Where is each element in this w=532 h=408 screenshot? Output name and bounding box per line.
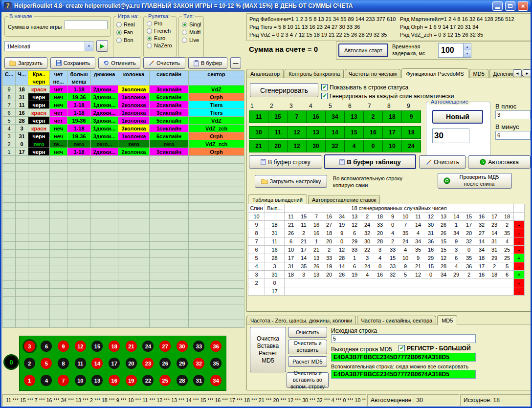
undo-button[interactable]: Отменить xyxy=(98,57,140,69)
board-zero[interactable]: 0 xyxy=(5,356,18,368)
board-number-31[interactable]: 31 xyxy=(193,375,204,386)
copy-table-button[interactable]: В буфер таблицу xyxy=(324,154,416,169)
history-row[interactable]: 43красннеч1-181дюжи...3колонка1сиклайнVd… xyxy=(3,125,244,132)
generated-number-cell[interactable]: 21 xyxy=(249,140,268,152)
autobet-button[interactable]: Автоставка xyxy=(468,155,531,169)
md5-clear-paste-aux-button[interactable]: Очистить и вставить во вспом. строку xyxy=(287,372,329,388)
board-number-14[interactable]: 14 xyxy=(91,358,103,369)
board-number-7[interactable]: 7 xyxy=(58,375,69,386)
generated-number-cell[interactable]: 20 xyxy=(268,140,288,152)
copy-row-button[interactable]: В буфер строку xyxy=(249,155,322,169)
clear-button[interactable]: Очистить xyxy=(419,155,466,169)
titlebar[interactable]: 7 HelperRoullet 4.8- create helperroulle… xyxy=(1,0,531,12)
roulette-option-pro[interactable]: Pro xyxy=(147,21,172,26)
md5-clear-button[interactable]: Очистить xyxy=(288,327,327,338)
board-number-3[interactable]: 3 xyxy=(24,341,35,352)
md5-calc-button[interactable]: Расчет MD5 xyxy=(288,356,327,367)
main-tab-3[interactable]: Функционал PsevdoMS xyxy=(401,68,468,78)
generated-number-cell[interactable]: 11 xyxy=(268,126,288,139)
board-number-26[interactable]: 26 xyxy=(159,358,171,369)
autoshift-value[interactable]: 30 xyxy=(432,129,469,143)
history-row[interactable]: 711черннеч1-181дюжи...2колонка2сиклайнTi… xyxy=(3,101,244,109)
spin-row[interactable]: 711621120029302822434361593214314- xyxy=(248,237,525,246)
maximize-button[interactable] xyxy=(505,1,515,11)
board-number-5[interactable]: 5 xyxy=(41,358,52,369)
generate-button[interactable]: Сгенерировать xyxy=(250,83,318,97)
board-number-8[interactable]: 8 xyxy=(58,358,69,369)
board-number-30[interactable]: 30 xyxy=(177,341,188,352)
generated-number-cell[interactable]: 13 xyxy=(306,126,326,139)
generated-number-cell[interactable]: 15 xyxy=(268,110,288,123)
board-number-15[interactable]: 15 xyxy=(91,341,103,352)
history-row[interactable]: 528чернчет19-363дюжи...1колонка5сиклайнV… xyxy=(3,117,244,125)
autospin-start-button[interactable]: Автоспин старт xyxy=(338,43,388,57)
history-row[interactable]: 20zeroze...zerozero...zerozeroVdZ_zch xyxy=(3,140,244,148)
generated-number-cell[interactable]: 16 xyxy=(306,110,326,123)
history-row[interactable]: 616краснчет1-182дюжи...1колонка3сиклайнT… xyxy=(3,109,244,117)
generated-number-cell[interactable]: 12 xyxy=(287,126,307,139)
generated-number-cell[interactable]: 16 xyxy=(363,126,383,139)
load-button[interactable]: Загрузить xyxy=(4,57,47,69)
minimize-button[interactable] xyxy=(492,1,503,11)
generated-number-cell[interactable]: 9 xyxy=(401,110,421,123)
type-option-multi[interactable]: Multi xyxy=(182,29,201,35)
spin-row[interactable]: 17- xyxy=(248,287,525,296)
generated-number-cell[interactable]: 32 xyxy=(325,140,345,152)
inner-tab-1[interactable]: Автопроставление ставок xyxy=(308,195,380,204)
generated-number-cell[interactable]: 14 xyxy=(325,126,345,139)
freq-tab-1[interactable]: Частота - сиклайны, сектора xyxy=(357,316,436,324)
generated-number-cell[interactable]: 15 xyxy=(344,126,364,139)
board-number-11[interactable]: 11 xyxy=(75,358,86,369)
play-button[interactable]: ▶ xyxy=(96,40,108,52)
board-number-27[interactable]: 27 xyxy=(159,341,171,352)
board-number-32[interactable]: 32 xyxy=(193,358,204,369)
board-number-28[interactable]: 28 xyxy=(177,375,188,386)
md5-big-button[interactable]: Очистка Вставка Расчет MD5 xyxy=(250,327,286,372)
board-number-10[interactable]: 10 xyxy=(75,375,86,386)
board-number-36[interactable]: 36 xyxy=(210,341,222,352)
board-number-33[interactable]: 33 xyxy=(193,341,204,352)
board-number-16[interactable]: 16 xyxy=(109,375,120,386)
roulette-option-euro[interactable]: Euro xyxy=(147,35,172,41)
board-number-21[interactable]: 21 xyxy=(126,341,137,352)
close-button[interactable]: × xyxy=(518,1,528,11)
board-number-13[interactable]: 13 xyxy=(91,375,103,386)
spin-row[interactable]: 331183132026194163251203429216186+ xyxy=(248,271,525,279)
game-option-bon[interactable]: Bon xyxy=(116,37,135,43)
board-number-23[interactable]: 23 xyxy=(142,358,154,369)
spin-row[interactable]: 6161017212123322333435161530343125- xyxy=(248,246,525,254)
spin-row[interactable]: 8312621618963220435431263420271435- xyxy=(248,229,525,237)
generated-number-cell[interactable]: 0 xyxy=(363,140,383,152)
generated-number-cell[interactable]: 17 xyxy=(382,126,402,139)
md5-aux-field[interactable]: E4DA3B7FBBCE2345D7772B0674A318D5 xyxy=(331,370,476,379)
board-number-12[interactable]: 12 xyxy=(75,341,86,352)
generated-number-cell[interactable]: 7 xyxy=(287,110,307,123)
board-number-34[interactable]: 34 xyxy=(210,375,222,386)
roulette-option-french[interactable]: French xyxy=(147,28,172,34)
copy-buffer-button[interactable]: В буфер xyxy=(188,57,227,69)
spin-row[interactable]: 5281714133328134151092912635182925+ xyxy=(248,254,525,262)
game-option-fan[interactable]: Fan xyxy=(116,29,135,35)
main-tab-4[interactable]: MD5 xyxy=(469,69,488,78)
board-number-4[interactable]: 4 xyxy=(41,375,52,386)
board-number-25[interactable]: 25 xyxy=(159,375,171,386)
board-number-20[interactable]: 20 xyxy=(126,358,137,369)
board-number-19[interactable]: 19 xyxy=(126,375,137,386)
spin-row[interactable]: 10111571634132189101112131415161718 xyxy=(248,213,525,221)
spin-row[interactable]: 43313526191462403392115284361725- xyxy=(248,262,525,271)
board-number-24[interactable]: 24 xyxy=(142,341,154,352)
generated-number-cell[interactable]: 30 xyxy=(306,140,326,152)
show-in-status-checkbox[interactable]: ✔ Показывать в строке статуса xyxy=(321,84,408,91)
board-number-22[interactable]: 22 xyxy=(142,375,154,386)
spinner-down-button[interactable]: ▼ xyxy=(464,50,471,57)
type-option-singl[interactable]: Singl xyxy=(182,21,201,27)
generated-number-cell[interactable]: 24 xyxy=(401,140,421,152)
board-number-18[interactable]: 18 xyxy=(109,341,120,352)
board-number-29[interactable]: 29 xyxy=(177,358,188,369)
board-number-1[interactable]: 1 xyxy=(24,375,35,386)
preset-select[interactable]: 1Melonati ▼ xyxy=(4,41,93,51)
roulette-option-nazero[interactable]: NaZero xyxy=(147,43,172,48)
generated-number-cell[interactable]: 18 xyxy=(382,110,402,123)
save-button[interactable]: Сохранить xyxy=(50,57,95,69)
history-row[interactable]: 831черннеч19-363дюжи...1колонка6сиклайнO… xyxy=(3,93,244,101)
